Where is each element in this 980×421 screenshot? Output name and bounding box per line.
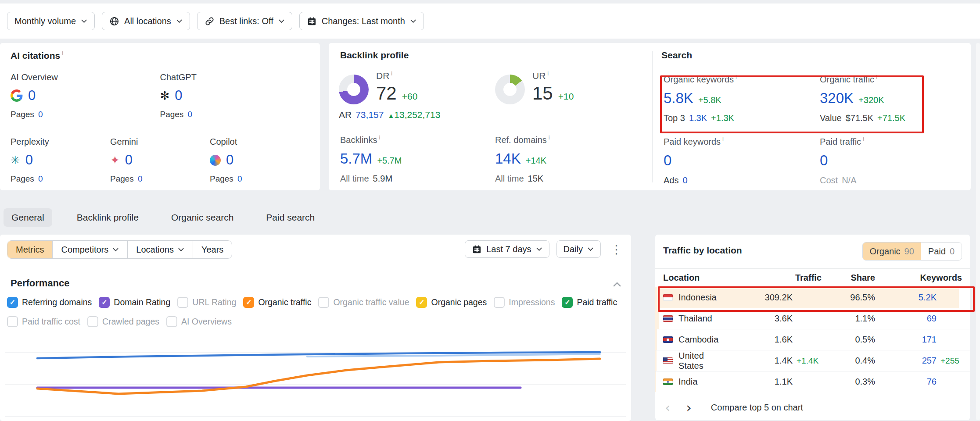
checkbox-organic-traffic-value[interactable]: Organic traffic value <box>318 297 409 308</box>
filter-label: Monthly volume <box>14 16 76 26</box>
toggle-organic[interactable]: Organic90 <box>863 243 921 260</box>
section-tabs: General Backlink profile Organic search … <box>4 207 323 228</box>
ai-citation-ai-overview: AI Overview 0 Pages0 <box>11 72 160 119</box>
checkbox-checked-icon: ✓ <box>416 297 427 308</box>
info-icon[interactable]: i <box>62 50 63 57</box>
table-row-cambodia[interactable]: Cambodia 1.6K 0.5% 171 <box>655 329 970 350</box>
best-links-filter[interactable]: Best links: Off <box>197 12 292 30</box>
pages-count-link[interactable]: 0 <box>138 174 143 184</box>
filters-toolbar: Monthly volume All locations Best links:… <box>0 4 980 39</box>
ai-citation-gemini: Gemini ✦ 0 Pages0 <box>110 137 210 184</box>
tab-general[interactable]: General <box>4 208 52 227</box>
ai-citations-panel: AI citationsi AI Overview 0 Pages0 ChatG… <box>0 43 320 190</box>
checkbox-unchecked-icon <box>166 316 177 327</box>
keywords-count-link[interactable]: 76 <box>875 377 937 387</box>
checkbox-referring-domains[interactable]: ✓Referring domains <box>7 297 92 308</box>
monthly-volume-filter[interactable]: Monthly volume <box>7 12 95 30</box>
organic-traffic-value[interactable]: 320K <box>820 90 854 107</box>
table-row-united-states[interactable]: United States 1.4K+1.4K 0.4% 257+255 <box>655 350 970 371</box>
panel-divider <box>652 51 653 182</box>
dr-donut-chart <box>339 75 369 104</box>
ref-domains-value[interactable]: 14K <box>495 150 521 167</box>
copilot-count[interactable]: 0 <box>226 152 233 168</box>
table-row-india[interactable]: India 1.1K 0.3% 76 <box>655 371 970 392</box>
checkbox-crawled-pages[interactable]: Crawled pages <box>87 316 159 327</box>
india-flag-icon <box>663 378 673 385</box>
next-page-chevron-icon[interactable]: › <box>686 402 691 413</box>
ai-citations-title: AI citationsi <box>11 50 309 61</box>
locations-filter[interactable]: All locations <box>102 12 190 30</box>
table-row-thailand[interactable]: Thailand 3.6K 1.1% 69 <box>655 308 970 329</box>
tab-organic-search[interactable]: Organic search <box>163 208 241 227</box>
checkbox-paid-traffic-cost[interactable]: Paid traffic cost <box>7 316 80 327</box>
segment-years[interactable]: Years <box>193 241 232 258</box>
info-icon[interactable]: i <box>722 136 724 143</box>
info-icon[interactable]: i <box>876 74 877 80</box>
traffic-by-location-panel: Traffic by location Organic90 Paid0 Loca… <box>655 235 970 420</box>
toggle-paid[interactable]: Paid0 <box>921 243 962 260</box>
chevron-down-icon <box>410 19 416 23</box>
checkbox-ai-overviews[interactable]: AI Overviews <box>166 316 232 327</box>
info-icon[interactable]: i <box>863 136 864 143</box>
changes-filter[interactable]: Changes: Last month <box>299 12 424 30</box>
checkbox-organic-pages[interactable]: ✓Organic pages <box>416 297 487 308</box>
table-row-indonesia[interactable]: Indonesia 309.2K 96.5% 5.2K <box>655 287 970 308</box>
checkbox-checked-icon: ✓ <box>562 297 573 308</box>
keywords-count-link[interactable]: 69 <box>875 314 937 324</box>
info-icon[interactable]: i <box>379 134 380 141</box>
pages-count-link[interactable]: 0 <box>38 174 43 184</box>
ar-delta: ▲13,252,713 <box>388 110 440 120</box>
granularity-selector[interactable]: Daily <box>556 240 601 258</box>
info-icon[interactable]: i <box>391 70 392 77</box>
tab-backlink-profile[interactable]: Backlink profile <box>69 208 147 227</box>
info-icon[interactable]: i <box>547 70 549 77</box>
checkbox-paid-traffic[interactable]: ✓Paid traffic <box>562 297 617 308</box>
performance-chart <box>0 235 631 421</box>
checkbox-domain-rating[interactable]: ✓Domain Rating <box>99 297 170 308</box>
checkbox-url-rating[interactable]: URL Rating <box>177 297 236 308</box>
filter-label: All locations <box>124 16 171 26</box>
chevron-down-icon <box>536 247 542 251</box>
backlinks-value[interactable]: 5.7M <box>340 150 372 167</box>
keywords-count-link[interactable]: 5.2K <box>875 293 937 303</box>
info-icon[interactable]: i <box>549 134 550 141</box>
gemini-count[interactable]: 0 <box>125 152 133 168</box>
paid-traffic-stat: Paid traffici 0 CostN/A <box>820 136 864 186</box>
checkbox-unchecked-icon <box>7 316 18 327</box>
ar-value-link[interactable]: 73,157 <box>355 110 384 120</box>
traffic-by-location-title: Traffic by location <box>663 245 742 256</box>
segment-locations[interactable]: Locations <box>127 241 193 258</box>
keywords-count-link[interactable]: 257 <box>875 356 937 366</box>
chatgpt-count[interactable]: 0 <box>175 88 182 103</box>
copilot-icon <box>210 155 221 166</box>
checkbox-checked-icon: ✓ <box>243 297 254 308</box>
paid-traffic-value[interactable]: 0 <box>820 152 828 169</box>
ai-overview-count[interactable]: 0 <box>28 88 36 103</box>
compare-top5-link[interactable]: Compare top 5 on chart <box>711 403 803 413</box>
tab-paid-search[interactable]: Paid search <box>258 208 323 227</box>
checkbox-impressions[interactable]: Impressions <box>494 297 555 308</box>
segment-competitors[interactable]: Competitors <box>52 241 127 258</box>
paid-keywords-value[interactable]: 0 <box>664 152 671 169</box>
perplexity-count[interactable]: 0 <box>25 152 33 168</box>
collapse-section-chevron-up-icon[interactable] <box>612 279 622 290</box>
segment-metrics[interactable]: Metrics <box>7 241 52 258</box>
info-icon[interactable]: i <box>736 74 737 80</box>
pages-count-link[interactable]: 0 <box>187 110 192 119</box>
keywords-count-link[interactable]: 171 <box>875 335 937 345</box>
date-range-selector[interactable]: Last 7 days <box>465 240 549 258</box>
pages-count-link[interactable]: 0 <box>237 174 242 184</box>
ads-count-link[interactable]: 0 <box>682 175 687 186</box>
chevron-down-icon <box>112 247 119 252</box>
organic-keywords-value[interactable]: 5.8K <box>664 90 693 107</box>
previous-page-chevron-icon[interactable]: ‹ <box>665 402 670 413</box>
performance-panel: Metrics Competitors Locations Years Last… <box>0 235 631 421</box>
organic-keywords-stat: Organic keywordsi 5.8K+5.8K Top 31.3K+1.… <box>664 74 737 123</box>
globe-icon <box>109 16 119 26</box>
more-options-kebab-icon[interactable]: ⋮ <box>608 243 625 256</box>
vertical-scrollbar[interactable] <box>976 43 980 420</box>
pages-count-link[interactable]: 0 <box>38 110 43 119</box>
chart-line-organic-traffic <box>37 359 600 394</box>
checkbox-organic-traffic[interactable]: ✓Organic traffic <box>243 297 311 308</box>
top3-value-link[interactable]: 1.3K <box>689 113 707 123</box>
